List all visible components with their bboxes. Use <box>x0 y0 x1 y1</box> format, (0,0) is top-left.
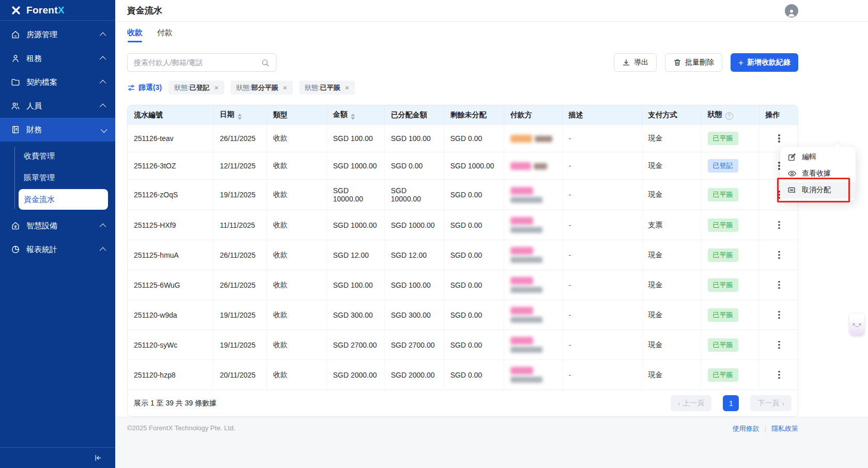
cell-remaining: SGD 0.00 <box>444 360 504 390</box>
cell-actions <box>759 300 798 330</box>
feedback-widget[interactable]: >‿< <box>849 313 864 336</box>
status-badge: 已平賬 <box>708 248 738 262</box>
filter-chip-value: 已平賬 <box>320 84 340 91</box>
column-header-已分配金額: 已分配金額 <box>384 105 444 125</box>
cell-amount: SGD 1000.00 <box>327 152 384 180</box>
tab-payments[interactable]: 付款 <box>157 28 173 42</box>
filter-chips: 狀態:已登記×狀態:部分平賬×狀態:已平賬× <box>168 81 361 95</box>
filter-chip-prefix: 狀態: <box>236 84 252 91</box>
cell-amount: SGD 100.00 <box>327 125 384 152</box>
cell-payer-redacted <box>504 330 562 360</box>
row-actions-button[interactable] <box>776 368 783 382</box>
table-row: 251126-zOqS19/11/2025收款SGD 10000.00SGD 1… <box>128 180 798 210</box>
sidebar-item-finance[interactable]: 財務 <box>0 118 115 142</box>
sidebar-item-reports[interactable]: 報表統計 <box>0 238 115 261</box>
context-menu-item-label: 取消分配 <box>802 185 831 195</box>
help-icon[interactable]: ? <box>725 112 733 120</box>
cell-type: 收款 <box>267 240 327 270</box>
search-input[interactable] <box>134 58 261 67</box>
sidebar-item-leasing[interactable]: 租務 <box>0 46 115 70</box>
user-avatar[interactable] <box>785 4 798 18</box>
prev-page-button[interactable]: ‹上一頁 <box>671 395 712 411</box>
cell-date: 26/11/2025 <box>213 240 267 270</box>
privacy-link[interactable]: 隱私政策 <box>771 424 798 433</box>
add-receipt-button[interactable]: + 新增收款紀錄 <box>731 53 798 72</box>
context-menu-item-編輯[interactable]: 編輯 <box>780 149 856 165</box>
cell-actions <box>759 360 798 390</box>
toolbar: 導出 批量刪除 + 新增收款紀錄 <box>127 53 798 72</box>
cell-payment-method: 現金 <box>642 240 701 270</box>
search-box[interactable] <box>127 53 276 72</box>
cell-allocated: SGD 300.00 <box>384 300 444 330</box>
cell-payer-redacted <box>504 210 562 240</box>
column-header-日期: 日期 <box>213 105 267 125</box>
cell-payment-method: 現金 <box>642 152 701 180</box>
finance-submenu: 收費管理賬單管理資金流水 <box>0 142 115 214</box>
cell-description: - <box>562 152 642 180</box>
sidebar-subitem-label: 賬單管理 <box>24 173 55 183</box>
row-actions-button[interactable] <box>776 132 783 145</box>
sidebar-subitem-bills[interactable]: 賬單管理 <box>19 167 108 188</box>
context-menu-item-查看收據[interactable]: 查看收據 <box>780 165 856 182</box>
status-badge: 已平賬 <box>708 219 738 232</box>
footer-links-divider: | <box>765 425 766 433</box>
brand-logo[interactable]: ForentX <box>0 0 115 21</box>
sidebar-item-devices[interactable]: 智慧設備 <box>0 214 115 238</box>
column-header-操作: 操作 <box>759 105 798 125</box>
collapse-sidebar-icon[interactable] <box>92 453 103 463</box>
cell-status: 已平賬 <box>701 360 759 390</box>
row-actions-button[interactable] <box>776 278 783 292</box>
row-actions-button[interactable] <box>776 219 783 232</box>
column-header-label: 已分配金額 <box>391 111 427 119</box>
sidebar-item-label: 財務 <box>26 125 95 135</box>
sort-icon[interactable] <box>351 114 355 120</box>
current-page-button[interactable]: 1 <box>723 395 739 411</box>
column-header-支付方式: 支付方式 <box>642 105 701 125</box>
main-area: 資金流水 收款 付款 導出 <box>115 0 868 468</box>
row-actions-button[interactable] <box>776 248 783 262</box>
column-header-流水編號: 流水編號 <box>128 105 213 125</box>
cell-remaining: SGD 0.00 <box>444 300 504 330</box>
search-icon <box>261 58 270 67</box>
sidebar-subitem-cashflow[interactable]: 資金流水 <box>19 189 108 210</box>
chevron-down-icon <box>101 126 107 133</box>
column-header-剩餘未分配: 剩餘未分配 <box>444 105 504 125</box>
eye-icon <box>787 169 797 178</box>
tabs: 收款 付款 <box>127 28 798 42</box>
context-menu-item-label: 編輯 <box>802 152 816 162</box>
pagination-summary: 展示 1 至 39 共 39 條數據 <box>134 399 216 408</box>
sort-icon[interactable] <box>238 114 242 120</box>
filter-chip-prefix: 狀態: <box>174 84 190 91</box>
filter-row: 篩選(3) 狀態:已登記×狀態:部分平賬×狀態:已平賬× <box>127 81 798 95</box>
table-row: 251120-hzp820/11/2025收款SGD 2000.00SGD 20… <box>128 360 798 390</box>
table-row: 251120-w9da19/11/2025收款SGD 300.00SGD 300… <box>128 300 798 330</box>
next-page-button[interactable]: 下一頁› <box>750 395 792 411</box>
cell-date: 19/11/2025 <box>213 180 267 210</box>
close-icon[interactable]: × <box>283 84 287 91</box>
tab-receipts[interactable]: 收款 <box>127 28 143 42</box>
close-icon[interactable]: × <box>345 84 349 91</box>
terms-link[interactable]: 使用條款 <box>733 424 760 433</box>
filter-chip-value: 部分平賬 <box>252 84 278 91</box>
sidebar-item-properties[interactable]: 房源管理 <box>0 23 115 46</box>
close-icon[interactable]: × <box>214 84 219 91</box>
cell-amount: SGD 1000.00 <box>327 210 384 240</box>
context-menu-item-取消分配[interactable]: 取消分配 <box>780 182 856 198</box>
table-row: 251125-6WuG26/11/2025收款SGD 100.00SGD 100… <box>128 270 798 300</box>
pagination: 展示 1 至 39 共 39 條數據 ‹上一頁 1 下一頁› <box>128 389 798 416</box>
bulk-delete-button[interactable]: 批量刪除 <box>665 53 722 72</box>
cell-date: 26/11/2025 <box>213 125 267 152</box>
sidebar-item-people[interactable]: 人員 <box>0 94 115 118</box>
topbar: 資金流水 <box>115 0 868 22</box>
sidebar-item-contracts[interactable]: 契約檔案 <box>0 70 115 94</box>
filter-button[interactable]: 篩選(3) <box>127 83 162 92</box>
transactions-table: 流水編號日期類型金額已分配金額剩餘未分配付款方描述支付方式狀態?操作 25112… <box>128 105 798 389</box>
cell-remaining: SGD 0.00 <box>444 125 504 152</box>
row-actions-button[interactable] <box>776 338 783 352</box>
sidebar-subitem-fees[interactable]: 收費管理 <box>19 146 108 166</box>
row-actions-button[interactable] <box>776 308 783 322</box>
export-button[interactable]: 導出 <box>614 53 657 72</box>
cell-status: 已平賬 <box>701 125 759 152</box>
cell-type: 收款 <box>267 210 327 240</box>
sidebar-item-label: 房源管理 <box>26 30 95 40</box>
